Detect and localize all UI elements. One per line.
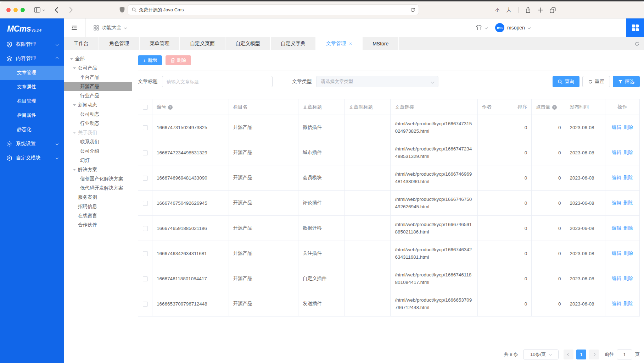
delete-link[interactable]: 删除 <box>623 125 633 130</box>
reload-icon[interactable] <box>410 7 415 13</box>
back-button[interactable] <box>55 7 58 13</box>
sidebar-subitem[interactable]: 栏目管理 <box>0 94 64 108</box>
sidebar-item-1[interactable]: 权限管理 <box>0 37 64 51</box>
username[interactable]: msopen <box>507 25 525 31</box>
caret-down-icon[interactable] <box>73 104 76 106</box>
delete-link[interactable]: 删除 <box>623 301 633 306</box>
filter-button[interactable]: 筛选 <box>613 76 640 87</box>
next-page-button[interactable] <box>589 350 599 359</box>
tree-node[interactable]: 开源产品 <box>64 82 132 91</box>
tree-node[interactable]: 信创国产化解决方案 <box>64 174 132 183</box>
edit-link[interactable]: 编辑 <box>612 175 621 180</box>
tree-node[interactable]: 公司介绍 <box>64 147 132 156</box>
sidebar-subitem[interactable]: 静态化 <box>0 122 64 137</box>
tree-node[interactable]: 行业动态 <box>64 119 132 128</box>
close-window-button[interactable] <box>6 8 11 12</box>
tree-node[interactable]: 公司产品 <box>64 64 132 73</box>
tree-node[interactable]: 联系我们 <box>64 137 132 147</box>
tree-node[interactable]: 解决方案 <box>64 165 132 174</box>
avatar[interactable]: ms <box>495 23 504 32</box>
privacy-shield-icon[interactable] <box>119 7 125 13</box>
edit-link[interactable]: 编辑 <box>612 301 621 306</box>
tree-node[interactable]: 合作伙伴 <box>64 220 132 230</box>
sidebar-item-4[interactable]: 自定义模块 <box>0 151 64 165</box>
tab-自定义字典[interactable]: 自定义字典 <box>271 37 316 50</box>
tab-菜单管理[interactable]: 菜单管理 <box>140 37 180 50</box>
edit-link[interactable]: 编辑 <box>612 150 621 155</box>
tree-node[interactable]: 服务案例 <box>64 193 132 202</box>
text-smaller-button[interactable]: 小 <box>495 7 499 13</box>
apps-tile-button[interactable] <box>626 18 644 37</box>
tree-node[interactable]: 新闻动态 <box>64 100 132 110</box>
tree-node[interactable]: 平台产品 <box>64 73 132 82</box>
refresh-tab-button[interactable] <box>630 37 644 50</box>
delete-link[interactable]: 删除 <box>623 276 633 281</box>
theme-skin-icon[interactable] <box>476 25 482 31</box>
current-page-button[interactable]: 1 <box>576 350 586 359</box>
new-tab-icon[interactable] <box>538 7 543 13</box>
tab-角色管理[interactable]: 角色管理 <box>99 37 140 50</box>
tree-node[interactable]: 幻灯 <box>64 156 132 165</box>
browser-sidebar-toggle[interactable] <box>34 7 45 13</box>
select-all-checkbox[interactable] <box>143 105 148 110</box>
delete-link[interactable]: 删除 <box>623 150 633 155</box>
title-filter-input[interactable] <box>162 76 273 87</box>
delete-link[interactable]: 删除 <box>623 251 633 256</box>
caret-down-icon[interactable] <box>73 132 76 134</box>
delete-link[interactable]: 删除 <box>623 175 633 180</box>
edit-link[interactable]: 编辑 <box>612 276 621 281</box>
chevron-down-icon[interactable] <box>528 26 531 29</box>
chevron-down-icon[interactable] <box>485 26 488 29</box>
edit-link[interactable]: 编辑 <box>612 251 621 256</box>
tree-node[interactable]: 全部 <box>64 54 132 64</box>
help-icon[interactable]: ? <box>552 105 557 110</box>
edit-link[interactable]: 编辑 <box>612 200 621 205</box>
sidebar-subitem[interactable]: 文章属性 <box>0 80 64 94</box>
tab-文章管理[interactable]: 文章管理× <box>316 37 363 50</box>
tab-MStore[interactable]: MStore <box>363 37 399 50</box>
row-checkbox[interactable] <box>143 125 148 130</box>
delete-link[interactable]: 删除 <box>623 200 633 205</box>
goto-page-input[interactable] <box>617 350 632 359</box>
tree-node[interactable]: 公司动态 <box>64 110 132 119</box>
add-button[interactable]: + 新增 <box>138 55 162 65</box>
fullscreen-window-button[interactable] <box>21 8 25 12</box>
tree-node[interactable]: 关于我们 <box>64 128 132 137</box>
tree-node[interactable]: 招聘信息 <box>64 202 132 211</box>
sidebar-subitem[interactable]: 栏目属性 <box>0 108 64 122</box>
row-checkbox[interactable] <box>143 302 148 307</box>
edit-link[interactable]: 编辑 <box>612 225 621 231</box>
tab-自定义模型[interactable]: 自定义模型 <box>225 37 271 50</box>
close-tab-icon[interactable]: × <box>349 41 352 46</box>
caret-down-icon[interactable] <box>70 58 73 60</box>
tab-工作台[interactable]: 工作台 <box>64 37 99 50</box>
prev-page-button[interactable] <box>564 350 573 359</box>
delete-button[interactable]: 删除 <box>166 55 191 65</box>
row-checkbox[interactable] <box>143 276 148 281</box>
minimize-window-button[interactable] <box>13 8 18 12</box>
sidebar-item-2[interactable]: 内容管理 <box>0 51 64 66</box>
tree-node[interactable]: 在线留言 <box>64 211 132 220</box>
help-icon[interactable]: ? <box>168 105 173 110</box>
type-filter-select[interactable]: 请选择文章类型 <box>316 76 438 87</box>
row-checkbox[interactable] <box>143 201 148 206</box>
row-checkbox[interactable] <box>143 150 148 155</box>
tree-node[interactable]: 低代码开发解决方案 <box>64 183 132 193</box>
tree-node[interactable]: 行业产品 <box>64 91 132 100</box>
caret-down-icon[interactable] <box>73 169 76 171</box>
row-checkbox[interactable] <box>143 176 148 181</box>
page-size-select[interactable]: 10条/页 <box>523 350 559 359</box>
sidebar-subitem[interactable]: 文章管理 <box>0 66 64 80</box>
row-checkbox[interactable] <box>143 251 148 256</box>
forward-button[interactable] <box>69 7 73 13</box>
row-checkbox[interactable] <box>143 226 148 231</box>
share-icon[interactable] <box>525 7 531 13</box>
feature-menu[interactable]: 功能大全 <box>94 24 127 31</box>
reset-button[interactable]: 重置 <box>582 76 610 87</box>
search-button[interactable]: 查询 <box>553 76 579 87</box>
sidebar-item-3[interactable]: 系统设置 <box>0 137 64 151</box>
edit-link[interactable]: 编辑 <box>612 125 621 130</box>
delete-link[interactable]: 删除 <box>623 225 633 231</box>
tab-自定义页面[interactable]: 自定义页面 <box>180 37 225 50</box>
tab-overview-icon[interactable] <box>550 7 556 13</box>
